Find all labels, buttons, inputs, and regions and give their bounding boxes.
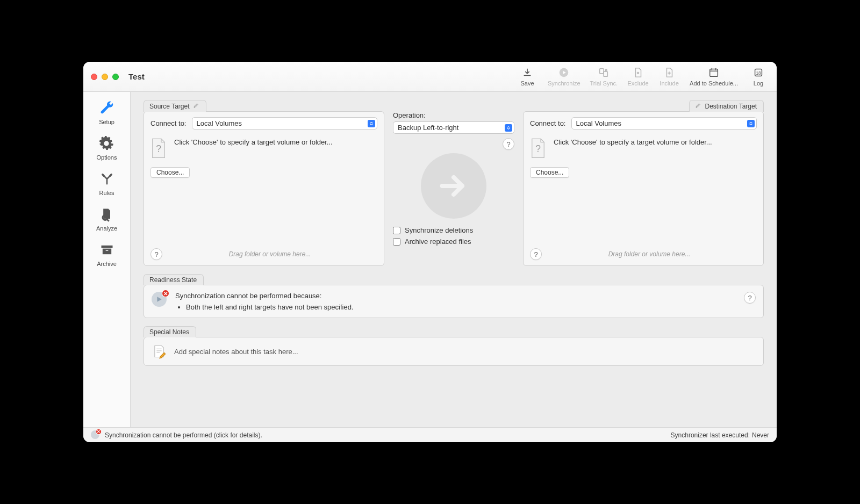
readiness-section: Readiness State ✕ Synchronization cannot… (144, 273, 764, 318)
chevron-updown-icon (505, 124, 512, 132)
destination-connect-select[interactable]: Local Volumes (571, 117, 757, 129)
sidebar-label: Setup (99, 119, 114, 125)
svg-rect-9 (102, 249, 111, 255)
archive-replaced-input[interactable] (393, 238, 400, 246)
status-message[interactable]: Synchronization cannot be performed (cli… (105, 431, 262, 439)
sidebar-item-analyze[interactable]: Analyze (96, 206, 117, 232)
play-circle-icon (558, 67, 570, 78)
synchronize-button[interactable]: Synchronize (548, 67, 580, 87)
destination-panel-box: Connect to: Local Volumes ? Click 'Choos… (523, 111, 764, 266)
window-title: Test (128, 72, 145, 81)
special-notes-box[interactable]: Add special notes about this task here..… (144, 337, 764, 366)
sidebar-label: Analyze (96, 225, 117, 232)
zoom-window-button[interactable] (112, 74, 119, 80)
close-window-button[interactable] (91, 74, 97, 80)
sidebar-label: Rules (99, 190, 114, 196)
readiness-text: Synchronization cannot be performed beca… (175, 292, 354, 311)
archive-icon (98, 241, 116, 258)
notes-icon (152, 344, 167, 359)
svg-rect-4 (710, 69, 718, 77)
operation-value: Backup Left-to-right (398, 124, 458, 132)
app-window: Test Save Synchronize (83, 62, 777, 442)
readiness-help-button[interactable]: ? (744, 292, 756, 304)
readiness-error-icon: ✕ (152, 292, 168, 308)
readiness-tab: Readiness State (144, 274, 204, 285)
destination-help-button[interactable]: ? (530, 248, 542, 260)
add-to-schedule-button[interactable]: Add to Schedule... (690, 67, 738, 87)
sidebar-label: Archive (97, 261, 117, 267)
source-connect-select[interactable]: Local Volumes (192, 117, 378, 129)
source-panel: Source Target Connect to: Local Volumes (144, 99, 384, 266)
source-target-tab[interactable]: Source Target (144, 100, 206, 112)
source-choose-button[interactable]: Choose... (150, 167, 190, 178)
operation-column: Operation: Backup Left-to-right ? Synchr… (392, 99, 515, 246)
svg-text:?: ? (156, 143, 161, 154)
log-icon: 18 (752, 67, 764, 78)
svg-rect-10 (105, 250, 108, 251)
destination-target-tab[interactable]: Destination Target (689, 100, 764, 112)
unknown-file-icon: ? (530, 138, 546, 157)
targets-row: Source Target Connect to: Local Volumes (144, 99, 764, 266)
sync-deletions-label: Synchronize deletions (405, 226, 473, 234)
destination-connect-label: Connect to: (530, 119, 566, 127)
trial-sync-label: Trial Sync. (590, 80, 618, 87)
svg-text:?: ? (535, 143, 541, 154)
sync-deletions-input[interactable] (393, 227, 400, 234)
download-icon (521, 67, 533, 78)
unknown-file-icon: ? (150, 138, 167, 157)
trial-sync-icon (598, 67, 610, 78)
source-connect-label: Connect to: (150, 119, 187, 127)
operation-select[interactable]: Backup Left-to-right (393, 121, 514, 134)
log-button[interactable]: 18 Log (748, 67, 769, 87)
analyze-icon (98, 206, 115, 223)
notes-placeholder: Add special notes about this task here..… (174, 348, 298, 356)
exclude-button[interactable]: Exclude (627, 67, 649, 87)
destination-connect-value: Local Volumes (576, 119, 622, 127)
log-label: Log (754, 80, 763, 87)
destination-panel: Destination Target Connect to: Local Vol… (523, 99, 764, 266)
main-content: Source Target Connect to: Local Volumes (131, 92, 777, 427)
readiness-tab-label: Readiness State (149, 276, 197, 284)
trial-sync-button[interactable]: Trial Sync. (590, 67, 618, 87)
source-drag-hint: Drag folder or volume here... (162, 250, 377, 258)
operation-help-button[interactable]: ? (503, 138, 514, 150)
calendar-icon (708, 67, 720, 78)
destination-choose-button[interactable]: Choose... (530, 167, 569, 178)
source-placeholder-text: Click 'Choose' to specify a target volum… (174, 138, 333, 146)
destination-drag-hint: Drag folder or volume here... (542, 250, 757, 258)
include-button[interactable]: Include (658, 67, 680, 87)
archive-replaced-checkbox[interactable]: Archive replaced files (393, 237, 514, 246)
sidebar-item-rules[interactable]: Rules (98, 170, 116, 196)
last-exec-label: Synchronizer last executed: (671, 431, 750, 439)
synchronize-deletions-checkbox[interactable]: Synchronize deletions (393, 226, 514, 234)
sidebar-item-archive[interactable]: Archive (97, 241, 117, 267)
save-label: Save (520, 80, 534, 87)
gear-icon (98, 135, 115, 152)
source-help-button[interactable]: ? (150, 248, 162, 260)
svg-text:18: 18 (756, 71, 761, 76)
notes-tab-label: Special Notes (149, 328, 189, 336)
window-controls (91, 74, 119, 80)
pencil-icon (193, 102, 199, 110)
source-panel-box: Connect to: Local Volumes ? Click 'Choos… (144, 111, 384, 266)
sidebar-item-setup[interactable]: Setup (98, 99, 116, 125)
toolbar: Save Synchronize Trial Sync. (517, 67, 769, 87)
add-to-schedule-label: Add to Schedule... (690, 80, 738, 87)
save-button[interactable]: Save (517, 67, 538, 87)
direction-arrow-icon (421, 153, 486, 219)
window-body: Setup Options Rules Analyze (83, 92, 777, 427)
svg-rect-8 (101, 246, 112, 248)
wrench-icon (98, 99, 116, 117)
svg-rect-1 (600, 69, 604, 74)
chevron-updown-icon (747, 120, 755, 127)
special-notes-section: Special Notes Add special notes about th… (144, 326, 764, 366)
special-notes-tab: Special Notes (144, 326, 196, 337)
branch-icon (98, 170, 116, 188)
status-bar: ✕ Synchronization cannot be performed (c… (83, 427, 777, 442)
minimize-window-button[interactable] (102, 74, 108, 80)
include-label: Include (660, 80, 678, 87)
file-x-icon (632, 67, 644, 78)
chevron-updown-icon (368, 120, 375, 127)
sidebar-item-options[interactable]: Options (97, 135, 117, 161)
source-connect-value: Local Volumes (197, 119, 242, 127)
